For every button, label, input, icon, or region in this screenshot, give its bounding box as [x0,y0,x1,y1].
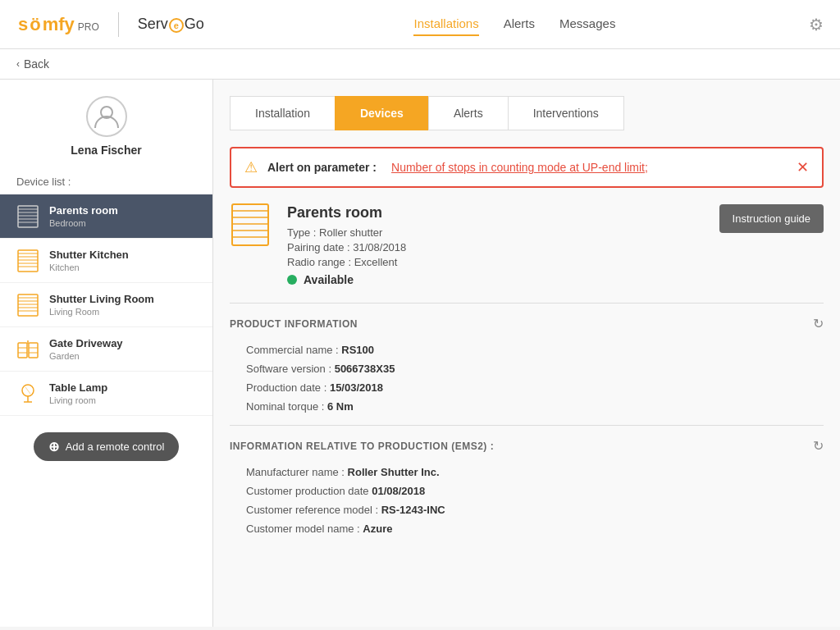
manufacturer-name-value: Roller Shutter Inc. [348,466,440,478]
device-item-table-lamp[interactable]: Table Lamp Living room [0,372,212,416]
svg-rect-19 [18,343,27,358]
header-right: ⚙ [809,15,824,34]
device-info-lamp: Table Lamp Living room [49,381,107,405]
status-row: Available [287,273,703,286]
tab-alerts[interactable]: Alerts [428,96,508,130]
device-sub-kitchen: Kitchen [49,262,129,272]
lamp-icon [16,382,39,405]
logo-divider [118,12,119,37]
section-header-product: PRODUCT INFORMATION ↻ [230,316,824,331]
tab-devices[interactable]: Devices [335,96,428,130]
plus-icon: ⊕ [48,439,59,454]
device-pairing-row: Pairing date : 31/08/2018 [287,241,703,253]
production-date-value: 15/03/2018 [330,381,383,394]
customer-production-date-label: Customer production date [246,485,372,497]
alert-label: Alert on parameter : [267,161,377,174]
tabs: Installation Devices Alerts Intervention… [230,96,824,130]
refresh-icon-ems2[interactable]: ↻ [813,438,824,454]
device-info-living: Shutter Living Room Living Room [49,293,154,317]
somfy-logo: sömfyPRO [16,14,99,35]
add-remote-label: Add a remote control [66,441,165,453]
device-item-parents-room[interactable]: Parents room Bedroom [0,194,212,239]
alert-link[interactable]: Number of stops in counting mode at UP-e… [391,161,648,174]
back-label: Back [24,57,49,71]
nominal-torque-row: Nominal torque : 6 Nm [230,400,824,413]
sidebar: Lena Fischer Device list : Parents room … [0,80,213,627]
device-name-gate: Gate Driveway [49,337,123,349]
alert-banner: ⚠ Alert on parameter : Number of stops i… [230,147,824,188]
customer-ref-row: Customer reference model : RS-1243-INC [230,504,824,516]
refresh-icon[interactable]: ↻ [813,316,824,331]
device-name-living: Shutter Living Room [49,293,154,305]
software-version-value: 5066738X35 [335,363,395,375]
main-layout: Lena Fischer Device list : Parents room … [0,80,840,627]
shutter-icon-kitchen [16,249,39,272]
ems2-section: INFORMATION RELATIVE TO PRODUCTION (EMS2… [230,425,824,535]
commercial-name-value: RS100 [341,344,374,356]
production-date-row: Production date : 15/03/2018 [230,381,824,394]
nav-messages[interactable]: Messages [559,12,615,36]
customer-model-label: Customer model name : [246,523,363,535]
type-value: Roller shutter [319,226,382,239]
nominal-torque-label: Nominal torque : [246,400,327,413]
customer-production-date-value: 01/08/2018 [372,485,425,497]
instruction-guide-button[interactable]: Instruction guide [719,204,824,233]
add-remote-button[interactable]: ⊕ Add a remote control [34,432,180,461]
back-chevron-icon: ‹ [16,58,20,70]
svg-rect-20 [29,343,38,358]
main-nav: Installations Alerts Messages [221,12,809,36]
device-sub-lamp: Living room [49,395,107,405]
user-area: Lena Fischer [0,96,212,169]
section-header-ems2: INFORMATION RELATIVE TO PRODUCTION (EMS2… [230,438,824,454]
svg-line-29 [25,387,30,394]
device-sub-gate: Garden [49,351,123,361]
user-name: Lena Fischer [71,144,141,157]
device-item-shutter-kitchen[interactable]: Shutter Kitchen Kitchen [0,239,212,283]
nav-installations[interactable]: Installations [413,12,478,36]
customer-production-date-row: Customer production date 01/08/2018 [230,485,824,497]
nav-alerts[interactable]: Alerts [504,12,535,36]
device-list-label: Device list : [0,169,212,194]
device-detail-shutter-icon [230,204,271,245]
device-name-kitchen: Shutter Kitchen [49,249,129,261]
customer-model-value: Azure [363,523,392,535]
customer-ref-label: Customer reference model : [246,504,381,516]
subheader: ‹ Back [0,49,840,80]
alert-close-icon[interactable]: ✕ [797,158,809,176]
device-info: Parents room Bedroom [49,204,118,228]
device-name: Parents room [49,204,118,217]
device-item-gate-driveway[interactable]: Gate Driveway Garden [0,327,212,372]
device-radio-row: Radio range : Excellent [287,256,703,268]
device-type-row: Type : Roller shutter [287,226,703,239]
device-info-gate: Gate Driveway Garden [49,337,123,361]
software-version-label: Software version : [246,363,335,375]
product-info-section: PRODUCT INFORMATION ↻ Commercial name : … [230,303,824,413]
tab-installation[interactable]: Installation [230,96,335,130]
tab-interventions[interactable]: Interventions [508,96,624,130]
device-sub: Bedroom [49,218,118,228]
logo-area: sömfyPRO ServeGo [16,12,204,37]
e-circle: e [169,18,184,33]
device-info-kitchen: Shutter Kitchen Kitchen [49,249,129,272]
ems2-title: INFORMATION RELATIVE TO PRODUCTION (EMS2… [230,441,494,452]
pairing-label: Pairing date : [287,241,350,253]
alert-warning-icon: ⚠ [244,158,258,176]
software-version-row: Software version : 5066738X35 [230,363,824,375]
radio-label: Radio range : [287,256,351,268]
commercial-name-label: Commercial name : [246,344,341,356]
status-text: Available [304,273,354,286]
manufacturer-name-label: Manufacturer name : [246,466,348,478]
back-link[interactable]: ‹ Back [16,57,49,71]
customer-model-row: Customer model name : Azure [230,523,824,535]
device-name-lamp: Table Lamp [49,381,107,394]
production-date-label: Production date : [246,381,330,394]
status-dot-icon [287,275,297,285]
manufacturer-name-row: Manufacturer name : Roller Shutter Inc. [230,466,824,478]
gear-icon[interactable]: ⚙ [809,16,824,34]
radio-value: Excellent [354,256,398,268]
device-detail-header: Parents room Type : Roller shutter Pairi… [230,204,824,286]
device-item-shutter-living[interactable]: Shutter Living Room Living Room [0,283,212,327]
pairing-value: 31/08/2018 [353,241,406,253]
avatar [86,96,127,137]
shutter-icon-living [16,294,39,317]
